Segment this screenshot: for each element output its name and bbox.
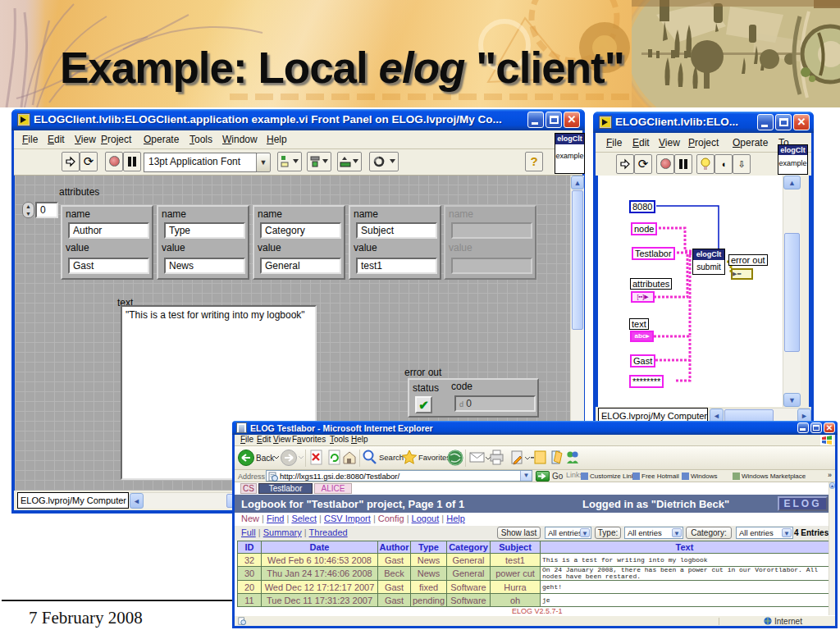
svg-text:Back: Back <box>256 454 275 463</box>
svg-text:Favorites: Favorites <box>418 453 450 462</box>
svg-text:Search: Search <box>379 453 404 462</box>
